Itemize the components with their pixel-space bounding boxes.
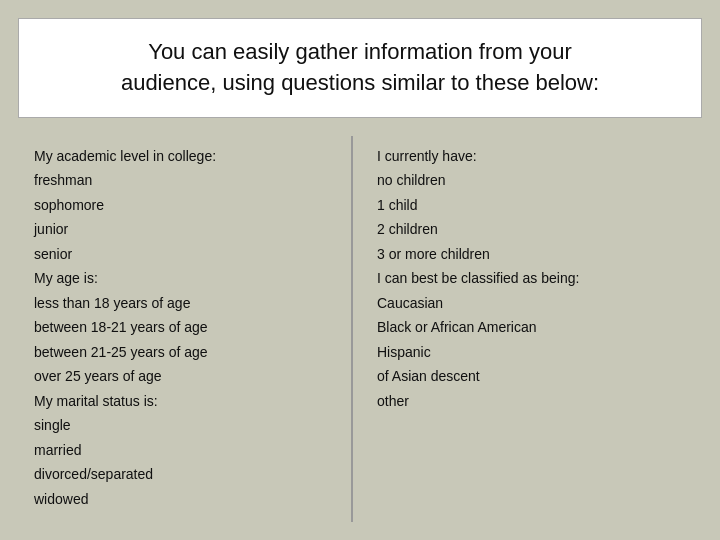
list-item: other <box>377 389 678 414</box>
list-item: less than 18 years of age <box>34 291 335 316</box>
list-item: married <box>34 438 335 463</box>
left-column: My academic level in college:freshmansop… <box>18 136 353 522</box>
list-item: 3 or more children <box>377 242 678 267</box>
list-item: single <box>34 413 335 438</box>
list-item: of Asian descent <box>377 364 678 389</box>
list-item: divorced/separated <box>34 462 335 487</box>
list-item: between 18-21 years of age <box>34 315 335 340</box>
content-area: My academic level in college:freshmansop… <box>18 136 702 522</box>
title-box: You can easily gather information from y… <box>18 18 702 118</box>
list-item: 2 children <box>377 217 678 242</box>
list-item: Hispanic <box>377 340 678 365</box>
list-item: Black or African American <box>377 315 678 340</box>
list-item: widowed <box>34 487 335 512</box>
list-item: My academic level in college: <box>34 144 335 169</box>
list-item: senior <box>34 242 335 267</box>
list-item: Caucasian <box>377 291 678 316</box>
list-item: 1 child <box>377 193 678 218</box>
left-content: My academic level in college:freshmansop… <box>34 144 335 512</box>
list-item: I currently have: <box>377 144 678 169</box>
list-item: junior <box>34 217 335 242</box>
title-line2: audience, using questions similar to the… <box>43 68 677 99</box>
list-item: no children <box>377 168 678 193</box>
list-item: My age is: <box>34 266 335 291</box>
list-item: My marital status is: <box>34 389 335 414</box>
list-item: over 25 years of age <box>34 364 335 389</box>
list-item: sophomore <box>34 193 335 218</box>
title-line1: You can easily gather information from y… <box>43 37 677 68</box>
right-content: I currently have:no children1 child2 chi… <box>377 144 678 414</box>
list-item: between 21-25 years of age <box>34 340 335 365</box>
right-column: I currently have:no children1 child2 chi… <box>353 136 702 522</box>
list-item: freshman <box>34 168 335 193</box>
list-item: I can best be classified as being: <box>377 266 678 291</box>
